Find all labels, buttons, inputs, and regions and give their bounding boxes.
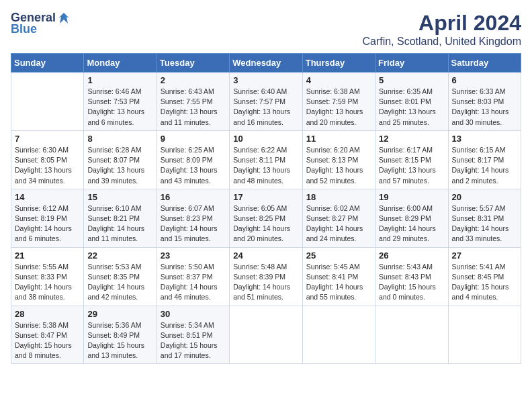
table-row: 27Sunrise: 5:41 AMSunset: 8:45 PMDayligh… <box>448 247 521 306</box>
day-number: 7 <box>15 134 80 144</box>
day-number: 29 <box>87 309 152 319</box>
table-row: 3Sunrise: 6:40 AMSunset: 7:57 PMDaylight… <box>230 73 302 131</box>
day-number: 26 <box>379 250 444 261</box>
logo: General Blue <box>11 11 71 36</box>
table-row: 25Sunrise: 5:45 AMSunset: 8:41 PMDayligh… <box>302 247 375 306</box>
day-number: 23 <box>161 250 226 261</box>
header-monday: Monday <box>84 54 157 73</box>
day-info: Sunrise: 5:57 AMSunset: 8:31 PMDaylight:… <box>452 203 517 244</box>
table-row: 9Sunrise: 6:25 AMSunset: 8:09 PMDaylight… <box>157 130 229 189</box>
table-row: 24Sunrise: 5:48 AMSunset: 8:39 PMDayligh… <box>230 247 302 306</box>
day-number: 25 <box>306 250 371 261</box>
day-info: Sunrise: 6:46 AMSunset: 7:53 PMDaylight:… <box>87 87 152 128</box>
calendar-week-row: 28Sunrise: 5:38 AMSunset: 8:47 PMDayligh… <box>11 306 521 364</box>
day-info: Sunrise: 5:41 AMSunset: 8:45 PMDaylight:… <box>452 262 517 303</box>
table-row: 6Sunrise: 6:33 AMSunset: 8:03 PMDaylight… <box>448 73 521 131</box>
day-number: 18 <box>306 192 371 202</box>
table-row: 19Sunrise: 6:00 AMSunset: 8:29 PMDayligh… <box>375 189 448 247</box>
day-number: 2 <box>161 75 226 85</box>
day-number: 22 <box>87 250 152 261</box>
day-number: 14 <box>15 192 80 202</box>
day-number: 6 <box>452 75 517 85</box>
table-row: 20Sunrise: 5:57 AMSunset: 8:31 PMDayligh… <box>448 189 521 247</box>
header-wednesday: Wednesday <box>230 54 302 73</box>
table-row: 17Sunrise: 6:05 AMSunset: 8:25 PMDayligh… <box>230 189 302 247</box>
day-info: Sunrise: 6:17 AMSunset: 8:15 PMDaylight:… <box>379 145 444 186</box>
table-row: 7Sunrise: 6:30 AMSunset: 8:05 PMDaylight… <box>11 130 84 189</box>
day-info: Sunrise: 6:22 AMSunset: 8:11 PMDaylight:… <box>233 145 298 186</box>
day-number: 12 <box>379 134 444 144</box>
day-info: Sunrise: 6:20 AMSunset: 8:13 PMDaylight:… <box>306 145 371 186</box>
day-info: Sunrise: 6:40 AMSunset: 7:57 PMDaylight:… <box>233 87 298 128</box>
day-info: Sunrise: 6:07 AMSunset: 8:23 PMDaylight:… <box>161 203 226 244</box>
logo-bird-icon <box>57 11 71 25</box>
table-row: 23Sunrise: 5:50 AMSunset: 8:37 PMDayligh… <box>157 247 229 306</box>
day-number: 1 <box>87 75 152 85</box>
day-number: 27 <box>452 250 517 261</box>
day-info: Sunrise: 6:28 AMSunset: 8:07 PMDaylight:… <box>87 145 152 186</box>
table-row: 26Sunrise: 5:43 AMSunset: 8:43 PMDayligh… <box>375 247 448 306</box>
day-number: 16 <box>161 192 226 202</box>
day-info: Sunrise: 5:36 AMSunset: 8:49 PMDaylight:… <box>87 320 152 361</box>
title-area: April 2024 Carfin, Scotland, United King… <box>362 11 521 48</box>
table-row: 1Sunrise: 6:46 AMSunset: 7:53 PMDaylight… <box>84 73 157 131</box>
day-info: Sunrise: 6:02 AMSunset: 8:27 PMDaylight:… <box>306 203 371 244</box>
header-tuesday: Tuesday <box>157 54 229 73</box>
day-info: Sunrise: 6:35 AMSunset: 8:01 PMDaylight:… <box>379 87 444 128</box>
day-info: Sunrise: 6:00 AMSunset: 8:29 PMDaylight:… <box>379 203 444 244</box>
calendar-table: Sunday Monday Tuesday Wednesday Thursday… <box>11 53 521 364</box>
day-info: Sunrise: 5:34 AMSunset: 8:51 PMDaylight:… <box>161 320 226 361</box>
logo-blue-text: Blue <box>11 22 37 36</box>
day-number: 20 <box>452 192 517 202</box>
table-row: 14Sunrise: 6:12 AMSunset: 8:19 PMDayligh… <box>11 189 84 247</box>
table-row <box>11 73 84 131</box>
day-info: Sunrise: 5:50 AMSunset: 8:37 PMDaylight:… <box>161 262 226 303</box>
table-row: 28Sunrise: 5:38 AMSunset: 8:47 PMDayligh… <box>11 306 84 364</box>
day-number: 11 <box>306 134 371 144</box>
table-row <box>302 306 375 364</box>
table-row: 12Sunrise: 6:17 AMSunset: 8:15 PMDayligh… <box>375 130 448 189</box>
calendar-header-row: Sunday Monday Tuesday Wednesday Thursday… <box>11 54 521 73</box>
day-info: Sunrise: 5:53 AMSunset: 8:35 PMDaylight:… <box>87 262 152 303</box>
day-info: Sunrise: 6:05 AMSunset: 8:25 PMDaylight:… <box>233 203 298 244</box>
header-friday: Friday <box>375 54 448 73</box>
day-number: 30 <box>161 309 226 319</box>
day-number: 9 <box>161 134 226 144</box>
day-number: 28 <box>15 309 80 319</box>
calendar-week-row: 7Sunrise: 6:30 AMSunset: 8:05 PMDaylight… <box>11 130 521 189</box>
day-info: Sunrise: 6:33 AMSunset: 8:03 PMDaylight:… <box>452 87 517 128</box>
table-row <box>230 306 302 364</box>
calendar-location: Carfin, Scotland, United Kingdom <box>362 36 521 48</box>
day-number: 19 <box>379 192 444 202</box>
day-info: Sunrise: 5:55 AMSunset: 8:33 PMDaylight:… <box>15 262 80 303</box>
svg-marker-0 <box>58 13 69 24</box>
day-number: 24 <box>233 250 298 261</box>
day-info: Sunrise: 6:43 AMSunset: 7:55 PMDaylight:… <box>161 87 226 128</box>
table-row: 10Sunrise: 6:22 AMSunset: 8:11 PMDayligh… <box>230 130 302 189</box>
table-row: 8Sunrise: 6:28 AMSunset: 8:07 PMDaylight… <box>84 130 157 189</box>
calendar-week-row: 21Sunrise: 5:55 AMSunset: 8:33 PMDayligh… <box>11 247 521 306</box>
table-row <box>448 306 521 364</box>
table-row: 13Sunrise: 6:15 AMSunset: 8:17 PMDayligh… <box>448 130 521 189</box>
table-row: 30Sunrise: 5:34 AMSunset: 8:51 PMDayligh… <box>157 306 229 364</box>
calendar-week-row: 1Sunrise: 6:46 AMSunset: 7:53 PMDaylight… <box>11 73 521 131</box>
table-row: 15Sunrise: 6:10 AMSunset: 8:21 PMDayligh… <box>84 189 157 247</box>
day-info: Sunrise: 5:43 AMSunset: 8:43 PMDaylight:… <box>379 262 444 303</box>
table-row: 4Sunrise: 6:38 AMSunset: 7:59 PMDaylight… <box>302 73 375 131</box>
day-info: Sunrise: 6:38 AMSunset: 7:59 PMDaylight:… <box>306 87 371 128</box>
day-info: Sunrise: 5:48 AMSunset: 8:39 PMDaylight:… <box>233 262 298 303</box>
day-number: 21 <box>15 250 80 261</box>
day-info: Sunrise: 6:12 AMSunset: 8:19 PMDaylight:… <box>15 203 80 244</box>
table-row: 29Sunrise: 5:36 AMSunset: 8:49 PMDayligh… <box>84 306 157 364</box>
calendar-title: April 2024 <box>362 11 521 36</box>
header-sunday: Sunday <box>11 54 84 73</box>
calendar-week-row: 14Sunrise: 6:12 AMSunset: 8:19 PMDayligh… <box>11 189 521 247</box>
day-info: Sunrise: 5:38 AMSunset: 8:47 PMDaylight:… <box>15 320 80 361</box>
day-number: 5 <box>379 75 444 85</box>
table-row: 16Sunrise: 6:07 AMSunset: 8:23 PMDayligh… <box>157 189 229 247</box>
day-number: 17 <box>233 192 298 202</box>
table-row: 22Sunrise: 5:53 AMSunset: 8:35 PMDayligh… <box>84 247 157 306</box>
table-row: 18Sunrise: 6:02 AMSunset: 8:27 PMDayligh… <box>302 189 375 247</box>
day-number: 3 <box>233 75 298 85</box>
day-number: 15 <box>87 192 152 202</box>
